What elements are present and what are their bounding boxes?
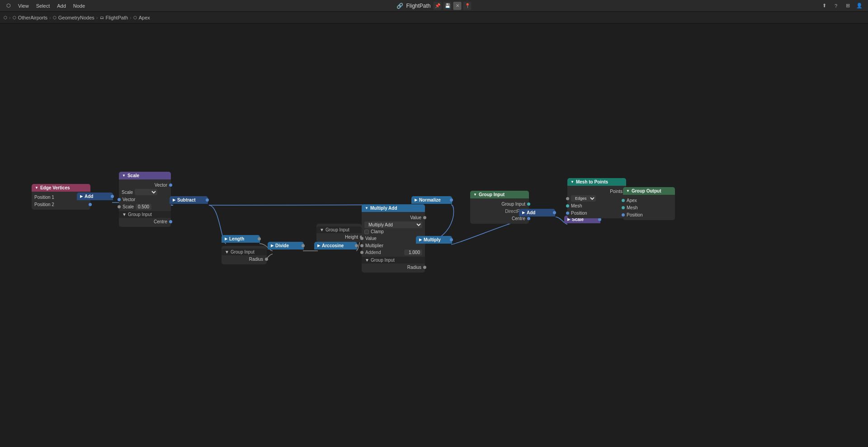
clamp-checkbox[interactable] (364, 230, 369, 234)
breadcrumb-sep-2: › (96, 15, 98, 20)
subtract-header: ▶ Subtract (170, 196, 208, 204)
arccosine-header: ▶ Arccosine (314, 242, 357, 249)
top-bar-right: ⬆ ? ⊞ 👤 (816, 2, 868, 10)
node-multiply: ▶ Multiply (416, 236, 452, 244)
multiply-arrow[interactable]: ▶ (419, 238, 422, 242)
collapse-arrow[interactable]: ▼ (35, 186, 38, 190)
breadcrumb-apex[interactable]: ⬡ Apex (133, 15, 150, 20)
go-arrow[interactable]: ▼ (626, 189, 630, 193)
gi-height-arrow[interactable]: ▼ (320, 227, 324, 232)
breadcrumb-sep-3: › (130, 15, 132, 20)
scale-title: Scale (127, 173, 139, 178)
title-bar: 🔗 FlightPath 📌 💾 ✕ 📍 (396, 2, 471, 10)
layout-icon[interactable]: ⊞ (843, 2, 853, 10)
mtp-edges-in-row: Edges (567, 195, 626, 202)
addend-row: Addend 1.000 (362, 249, 425, 256)
multiply-add-sub-arrow[interactable]: ▼ (365, 258, 369, 263)
add2-output-socket (553, 211, 556, 214)
connections-layer (0, 24, 868, 447)
save-btn[interactable]: 💾 (443, 2, 452, 10)
scale-sub-label: Group Input (128, 212, 152, 217)
clamp-row: Clamp (362, 229, 425, 235)
scale-select-row: Scale (119, 188, 171, 196)
length-arrow[interactable]: ▶ (225, 237, 227, 241)
multiply-add-multiplier-label: Multiplier (365, 243, 383, 248)
file-icon: 🔗 (396, 3, 403, 9)
scale-sub-header: ▼ Group Input (119, 211, 171, 218)
multiply-header: ▶ Multiply (416, 236, 452, 244)
scale-vector-in-row: Vector (119, 196, 171, 203)
user-icon[interactable]: 👤 (854, 2, 864, 10)
mtp-title: Mesh to Points (576, 179, 608, 184)
addend-socket (360, 251, 363, 254)
mtp-points-row: Points (567, 188, 626, 195)
mtp-mesh-label: Mesh (571, 203, 582, 208)
node-scale: ▼ Scale Vector Scale Vector Scale 0.500 (119, 172, 171, 227)
multiply-add-out-row: Value (362, 214, 425, 221)
mtp-arrow[interactable]: ▼ (571, 180, 574, 184)
gi-height-label: Group Input (326, 227, 349, 232)
breadcrumb-geo-label: GeometryNodes (58, 15, 94, 20)
scale-vector-out-socket (169, 184, 172, 187)
scale-value-socket (118, 205, 121, 208)
menu-add[interactable]: Add (54, 2, 69, 9)
go-title: Group Output (632, 188, 661, 193)
add2-title: Add (527, 210, 535, 215)
pos2-output-socket (89, 203, 92, 206)
edge-vertices-title: Edge Vertices (40, 185, 70, 190)
menu-node[interactable]: Node (71, 2, 88, 9)
multiply-add-sub-header: ▼ Group Input (362, 257, 425, 263)
multiply-add-radius-row: Radius (362, 263, 425, 271)
gi-radius-left-arrow[interactable]: ▼ (225, 249, 229, 254)
menu-bar: ⬡ View Select Add Node (0, 2, 91, 9)
scale-type-select[interactable] (135, 189, 157, 195)
root-icon: ⬡ (4, 15, 7, 20)
close-btn[interactable]: ✕ (453, 2, 462, 10)
add1-arrow[interactable]: ▶ (80, 194, 83, 198)
group-input-height-body: ▼ Group Input Height (316, 224, 362, 242)
menu-select[interactable]: Select (33, 2, 53, 9)
help-icon[interactable]: ? (831, 2, 841, 10)
menu-view[interactable]: View (15, 2, 32, 9)
mtp-mesh-row: Mesh (567, 202, 626, 209)
geo-icon: ⬡ (53, 15, 57, 20)
pin-btn[interactable]: 📌 (434, 2, 442, 10)
scale-value: 0.500 (136, 204, 151, 210)
pos2-row: Position 2 (32, 201, 90, 208)
gi-radius-left-label: Group Input (231, 249, 255, 254)
multiply-add-dropdown-row: Multiply Add ▼ (362, 221, 425, 229)
breadcrumb-root[interactable]: ⬡ (4, 15, 7, 20)
breadcrumb-flightpath[interactable]: 🗂 FlightPath (100, 15, 128, 20)
window-title: FlightPath (406, 3, 430, 9)
multiply-add-arrow[interactable]: ▼ (365, 206, 368, 210)
breadcrumb-sep-0: › (9, 15, 11, 20)
gi-dp-arrow[interactable]: ▼ (473, 193, 477, 197)
upload-icon[interactable]: ⬆ (819, 2, 829, 10)
go-apex-in-socket (622, 199, 625, 202)
mtp-position-label: Position (571, 211, 587, 216)
breadcrumb: ⬡ › ⬡ OtherAirports › ⬡ GeometryNodes › … (0, 12, 868, 24)
node-canvas[interactable]: ▼ Edge Vertices Position 1 Position 2 ▶ … (0, 24, 868, 447)
gi-centre-label: Centre (512, 216, 525, 221)
divide-arrow[interactable]: ▶ (271, 244, 274, 248)
normalize-title: Normalize (419, 198, 441, 202)
breadcrumb-geometry-nodes[interactable]: ⬡ GeometryNodes (53, 15, 94, 20)
node-add2: ▶ Add (519, 209, 555, 216)
unpin-btn[interactable]: 📍 (463, 2, 472, 10)
blender-logo[interactable]: ⬡ (4, 2, 14, 9)
subtract-arrow[interactable]: ▶ (173, 198, 175, 202)
breadcrumb-other-airports[interactable]: ⬡ OtherAirports (13, 15, 47, 20)
scale-sub-arrow[interactable]: ▼ (122, 212, 127, 217)
subtract-output-socket (206, 198, 209, 202)
length-header: ▶ Length (222, 235, 260, 243)
arccosine-arrow[interactable]: ▶ (317, 244, 320, 248)
node-divide: ▶ Divide (268, 242, 304, 249)
multiply-add-value-label: Value (410, 215, 421, 220)
mtp-edges-select[interactable]: Edges (571, 195, 596, 202)
multiply-add-body: Value Multiply Add ▼ Clamp Value Multipl… (362, 212, 425, 273)
add2-arrow[interactable]: ▶ (522, 211, 525, 215)
multiply-add-type-select[interactable]: Multiply Add (364, 221, 422, 228)
normalize-output-socket (450, 198, 453, 202)
normalize-arrow[interactable]: ▶ (415, 198, 417, 202)
scale-arrow[interactable]: ▼ (122, 174, 126, 178)
